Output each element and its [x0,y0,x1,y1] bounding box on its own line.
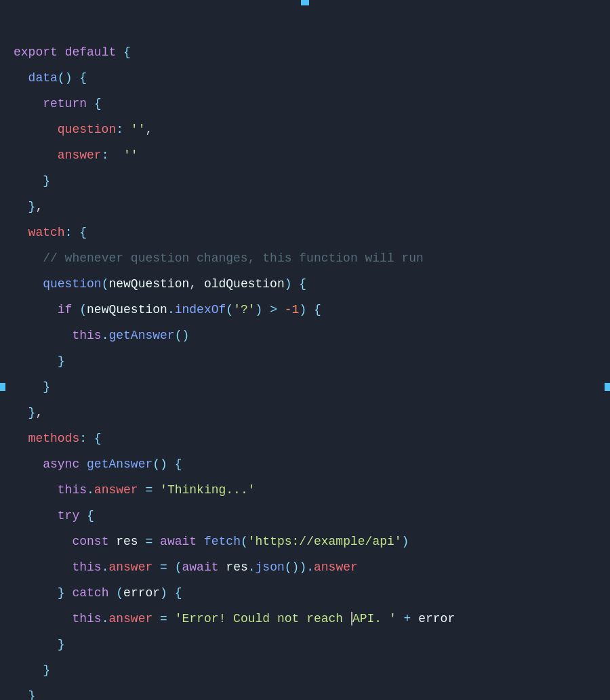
code-editor: export default { data() { return { quest… [0,0,610,700]
marker-top [301,0,309,5]
marker-right [605,383,610,391]
code-content: export default { data() { return { quest… [14,14,603,700]
marker-left [0,383,5,391]
